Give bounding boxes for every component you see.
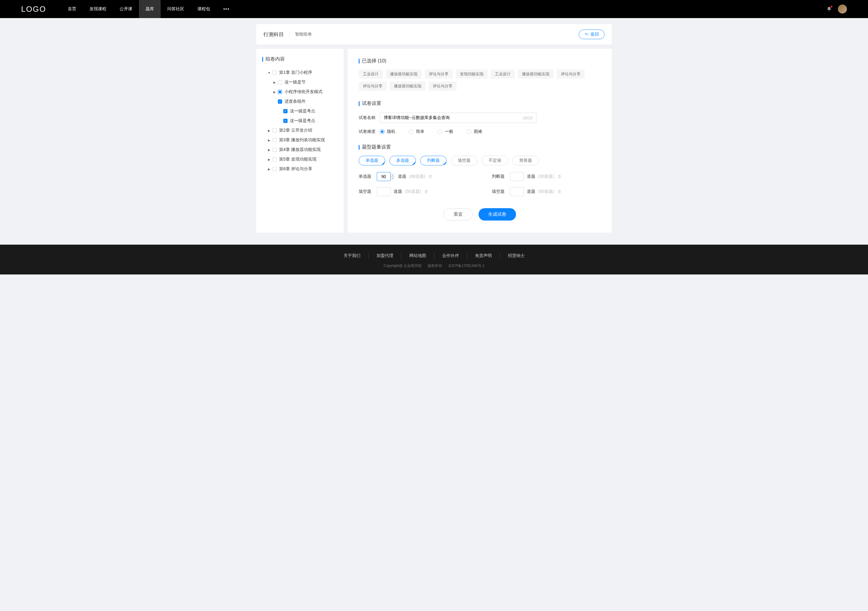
notification-icon[interactable]	[826, 6, 832, 12]
tree-checkbox[interactable]	[273, 138, 277, 142]
tree-toggle-icon[interactable]: ▶	[268, 148, 271, 152]
tree-item[interactable]: ▶第2章 云开发介绍	[262, 125, 338, 135]
selected-tag[interactable]: 播放器功能实现	[390, 82, 426, 91]
type-buttons: 单选题多选题判断题填空题不定项简答题	[359, 156, 601, 166]
nav-item-0[interactable]: 首页	[61, 0, 83, 18]
selected-tag[interactable]: 工业设计	[359, 70, 383, 79]
tree-label: 第6章 评论与分享	[279, 166, 312, 172]
qty-input[interactable]	[377, 187, 391, 196]
qty-row: 填空题道题(50道题)	[492, 187, 601, 196]
selected-tag[interactable]: 评论与分享	[429, 82, 457, 91]
reset-button[interactable]: 重置	[444, 208, 473, 221]
tree-toggle-icon[interactable]: ▼	[268, 71, 271, 74]
type-button[interactable]: 多选题	[389, 156, 416, 166]
trash-icon[interactable]	[428, 175, 432, 179]
radio-icon	[467, 129, 471, 134]
selected-tag[interactable]: 发现功能实现	[456, 70, 488, 79]
tree-toggle-icon[interactable]: ▶	[268, 139, 271, 142]
qty-hint: (30道题)	[538, 174, 554, 179]
trash-icon[interactable]	[424, 190, 428, 194]
qty-input[interactable]	[510, 187, 524, 196]
tree-item[interactable]: ▶第6章 评论与分享	[262, 164, 338, 174]
selected-tag[interactable]: 评论与分享	[556, 70, 585, 79]
qty-grid: 单选题▲▼道题(88道题)判断题道题(30道题)填空题道题(50道题)填空题道题…	[359, 172, 601, 196]
tree-label: 第4章 播放器功能实现	[279, 147, 321, 152]
tree-checkbox[interactable]	[273, 128, 277, 133]
difficulty-radio[interactable]: 随机	[380, 129, 395, 135]
nav-item-1[interactable]: 发现课程	[83, 0, 113, 18]
footer-link[interactable]: 合作伙伴	[434, 253, 467, 258]
difficulty-radio[interactable]: 困难	[467, 129, 482, 135]
footer-link[interactable]: 关于我们	[336, 253, 369, 258]
tree-item[interactable]: 这一级是考点	[262, 106, 338, 116]
selected-tags: 工业设计播放器功能实现评论与分享发现功能实现工业设计播放器功能实现评论与分享评论…	[359, 70, 601, 91]
tree-item[interactable]: ▶第5章 发现功能实现	[262, 155, 338, 164]
tree-checkbox[interactable]	[273, 148, 277, 152]
page-subtitle: 智能组卷	[290, 32, 312, 37]
tree-item[interactable]: ▶第3章 播放列表功能实现	[262, 135, 338, 145]
difficulty-radio[interactable]: 简单	[409, 129, 424, 135]
footer-link[interactable]: 加盟代理	[369, 253, 401, 258]
tree-label: 这一级是考点	[290, 118, 315, 124]
tree-checkbox[interactable]	[283, 109, 288, 113]
type-button[interactable]: 简答题	[512, 156, 539, 166]
tree-checkbox[interactable]	[283, 119, 288, 123]
selected-tag[interactable]: 评论与分享	[425, 70, 453, 79]
tree-checkbox[interactable]	[278, 90, 282, 94]
spinner-down-icon[interactable]: ▼	[391, 176, 394, 179]
tree-item[interactable]: ▶小程序传统开发模式	[262, 87, 338, 97]
qty-spinner[interactable]: ▲▼	[391, 173, 395, 179]
footer-link[interactable]: 招贤纳士	[500, 253, 533, 258]
tree-toggle-icon[interactable]: ▶	[268, 158, 271, 161]
radio-icon	[380, 129, 384, 134]
avatar[interactable]	[838, 5, 847, 14]
tree-checkbox[interactable]	[278, 99, 282, 104]
tree-label: 第1章 首门小程序	[279, 70, 312, 75]
type-button[interactable]: 判断题	[420, 156, 446, 166]
qty-label: 判断题	[492, 174, 507, 179]
tree-toggle-icon[interactable]: ▶	[268, 129, 271, 132]
trash-icon[interactable]	[557, 190, 561, 194]
tree-item[interactable]: ▶这一级是节	[262, 77, 338, 87]
selected-tag[interactable]: 播放器功能实现	[518, 70, 553, 79]
nav-item-3[interactable]: 题库	[139, 0, 161, 18]
nav-item-4[interactable]: 问答社区	[161, 0, 191, 18]
tree-item[interactable]: 这一级是考点	[262, 116, 338, 125]
selected-tag[interactable]: 评论与分享	[359, 82, 387, 91]
qty-label: 填空题	[359, 189, 374, 194]
tree-checkbox[interactable]	[273, 71, 277, 75]
type-button[interactable]: 单选题	[359, 156, 385, 166]
type-button[interactable]: 填空题	[451, 156, 477, 166]
footer-link[interactable]: 免责声明	[467, 253, 500, 258]
tree-item[interactable]: 进度条组件	[262, 97, 338, 106]
logo[interactable]: LOGO	[21, 5, 46, 14]
tree-checkbox[interactable]	[273, 157, 277, 161]
paper-name-input[interactable]: 16/25	[380, 113, 536, 123]
spinner-up-icon[interactable]: ▲	[391, 173, 394, 176]
selected-tag[interactable]: 工业设计	[491, 70, 515, 79]
selected-tag[interactable]: 播放器功能实现	[386, 70, 422, 79]
back-button[interactable]: 返回	[579, 29, 604, 39]
qty-input[interactable]	[377, 172, 391, 181]
submit-button[interactable]: 生成试卷	[479, 208, 516, 221]
nav-more[interactable]: •••	[217, 7, 236, 11]
tree-toggle-icon[interactable]: ▶	[273, 90, 276, 94]
sidebar: 组卷内容 ▼第1章 首门小程序▶这一级是节▶小程序传统开发模式进度条组件这一级是…	[256, 49, 344, 233]
paper-name-field[interactable]	[384, 115, 522, 120]
trash-icon[interactable]	[557, 175, 561, 179]
tree-checkbox[interactable]	[278, 80, 282, 84]
difficulty-radio[interactable]: 一般	[438, 129, 453, 135]
nav-item-2[interactable]: 公开课	[113, 0, 139, 18]
tree-toggle-icon[interactable]: ▶	[268, 167, 271, 171]
footer-link[interactable]: 网站地图	[401, 253, 434, 258]
main-panel: 已选择 (10) 工业设计播放器功能实现评论与分享发现功能实现工业设计播放器功能…	[348, 49, 612, 233]
tree-toggle-icon[interactable]: ▶	[273, 81, 276, 84]
type-button[interactable]: 不定项	[482, 156, 508, 166]
tree-item[interactable]: ▼第1章 首门小程序	[262, 68, 338, 77]
qty-input[interactable]	[510, 172, 524, 181]
tree-label: 小程序传统开发模式	[285, 89, 322, 94]
footer-links: 关于我们加盟代理网站地图合作伙伴免责声明招贤纳士	[0, 253, 868, 258]
tree-checkbox[interactable]	[273, 167, 277, 171]
nav-item-5[interactable]: 课程包	[191, 0, 217, 18]
tree-item[interactable]: ▶第4章 播放器功能实现	[262, 145, 338, 155]
